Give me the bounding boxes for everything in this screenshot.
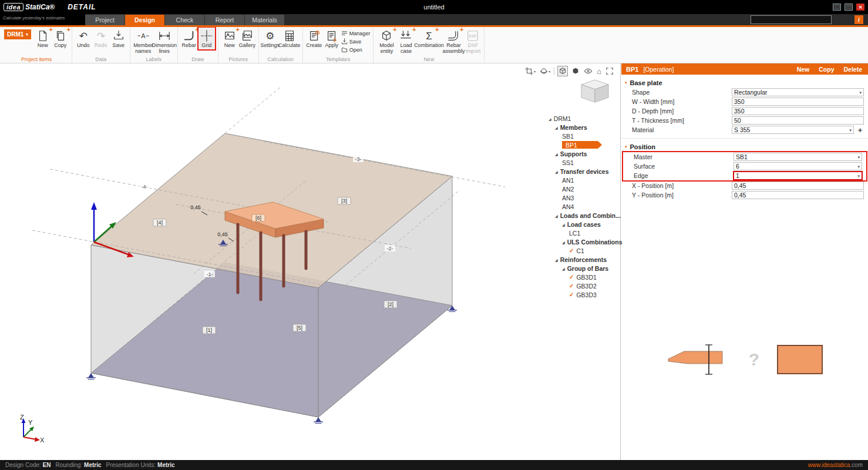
- tree-group-group-of-bars[interactable]: ◢Group of Bars: [546, 264, 620, 273]
- tree-group-uls-combinations[interactable]: ◢ULS Combinations: [546, 237, 620, 246]
- expander-icon[interactable]: ◢: [562, 240, 565, 244]
- shape-select[interactable]: Rectangular ▾: [732, 88, 864, 96]
- dimension-lines-button[interactable]: Dimension lines: [154, 28, 174, 55]
- svg-text:-2-: -2-: [387, 246, 393, 251]
- prop-copy-button[interactable]: Copy: [819, 66, 834, 73]
- check-icon[interactable]: ✓: [569, 283, 574, 289]
- tab-report[interactable]: Report: [205, 15, 244, 25]
- redo-button[interactable]: ↷ Redo: [93, 28, 109, 49]
- tab-materials[interactable]: Materials: [245, 15, 284, 25]
- edge-select[interactable]: 1 ▾: [734, 172, 862, 180]
- surface-select[interactable]: 6 ▾: [734, 162, 862, 170]
- tree-item-drm1[interactable]: ◢DRM1: [546, 114, 620, 123]
- info-button[interactable]: i: [854, 15, 863, 24]
- width-input[interactable]: [732, 98, 864, 106]
- thickness-input[interactable]: [732, 116, 864, 125]
- tree-item-sb1[interactable]: SB1: [546, 132, 620, 140]
- tree-group-reinforcements[interactable]: ◢Reinforcements: [546, 255, 620, 264]
- tab-design[interactable]: Design: [125, 15, 164, 25]
- project-item-selector[interactable]: DRM1▾: [4, 29, 31, 39]
- section-view-button[interactable]: ▾: [524, 66, 536, 76]
- model-entity-button[interactable]: + Model entity: [376, 28, 396, 55]
- depth-input[interactable]: [732, 107, 864, 115]
- tree-item-ss1[interactable]: SS1: [546, 158, 620, 167]
- tree-item-an3[interactable]: AN3: [546, 193, 620, 202]
- apply-template-button[interactable]: Apply: [324, 28, 340, 49]
- gallery-button[interactable]: Gallery: [239, 28, 255, 49]
- search-box[interactable]: [751, 15, 832, 24]
- settings-button[interactable]: ⚙ Settings: [262, 28, 278, 49]
- master-select[interactable]: SB1 ▾: [734, 153, 862, 161]
- check-icon[interactable]: ✓: [569, 291, 574, 298]
- search-input[interactable]: [751, 16, 833, 23]
- svg-text:Z: Z: [20, 414, 24, 421]
- undo-button[interactable]: ↶ Undo: [75, 28, 92, 49]
- tree-item-gb3d2[interactable]: ✓GB3D2: [546, 281, 620, 290]
- orbit-view-button[interactable]: ▾: [539, 66, 551, 76]
- new-picture-button[interactable]: + New: [221, 28, 238, 49]
- expander-icon[interactable]: ◢: [555, 152, 558, 156]
- expander-icon[interactable]: ◢: [555, 126, 558, 130]
- tree-group-transfer-devices[interactable]: ◢Transfer devices: [546, 167, 620, 176]
- tree-item-gb3d1[interactable]: ✓GB3D1: [546, 273, 620, 281]
- svg-text:[6]: [6]: [255, 215, 261, 221]
- tree-item-c1[interactable]: ✓C1: [546, 246, 620, 255]
- calculate-button[interactable]: Calculate: [280, 28, 300, 49]
- eye-icon: [584, 67, 593, 75]
- expander-icon[interactable]: ◢: [555, 170, 558, 174]
- grid-button[interactable]: Grid: [199, 28, 215, 49]
- feedback-button[interactable]: [833, 4, 841, 11]
- rebar-assembly-button[interactable]: + Rebar assembly: [443, 28, 463, 55]
- tree-group-supports[interactable]: ◢Supports: [546, 149, 620, 158]
- check-icon[interactable]: ✓: [569, 247, 574, 254]
- visibility-button[interactable]: [583, 66, 593, 76]
- template-manager-button[interactable]: Manager: [341, 29, 371, 37]
- new-project-item-button[interactable]: + New: [35, 28, 51, 49]
- section-base-plate[interactable]: ▾ Base plate: [621, 78, 868, 88]
- model-3d-scene[interactable]: -1- -2- -3- -4- 0,45 0,45 [1] [2]: [0, 63, 621, 460]
- tab-check[interactable]: Check: [165, 15, 204, 25]
- copy-project-item-button[interactable]: + Copy: [52, 28, 69, 49]
- zoom-fit-button[interactable]: [605, 66, 614, 76]
- y-position-input[interactable]: [732, 191, 864, 199]
- save-button[interactable]: Save: [110, 28, 127, 49]
- tree-item-an2[interactable]: AN2: [546, 184, 620, 193]
- x-position-input[interactable]: [732, 182, 864, 190]
- expander-icon[interactable]: ◢: [562, 223, 565, 227]
- tree-item-bp1-selected[interactable]: BP1: [546, 140, 620, 149]
- solid-view-button[interactable]: [571, 66, 580, 76]
- tab-project[interactable]: Project: [85, 15, 125, 25]
- dxf-import-button[interactable]: DXF DXF Import: [465, 28, 481, 55]
- check-icon[interactable]: ✓: [569, 274, 574, 280]
- maximize-button[interactable]: [845, 4, 853, 11]
- template-open-button[interactable]: Open: [341, 46, 371, 53]
- template-save-button[interactable]: Save: [341, 38, 371, 45]
- material-select[interactable]: S 355 ▾: [732, 126, 854, 134]
- add-material-button[interactable]: +: [856, 126, 864, 134]
- combination-button[interactable]: Σ+ Combination: [415, 28, 442, 49]
- tree-item-an4[interactable]: AN4: [546, 202, 620, 211]
- prop-new-button[interactable]: New: [797, 66, 810, 73]
- section-position[interactable]: ▾ Position: [621, 142, 868, 152]
- tree-item-lc1[interactable]: LC1: [546, 229, 620, 237]
- rebar-button[interactable]: + Rebar: [181, 28, 197, 49]
- fullscreen-icon: [605, 67, 614, 75]
- prop-delete-button[interactable]: Delete: [843, 66, 862, 73]
- navigation-cube[interactable]: [581, 80, 608, 102]
- load-case-button[interactable]: + Load case: [398, 28, 414, 55]
- home-view-button[interactable]: ⌂: [596, 67, 602, 76]
- expander-icon[interactable]: ◢: [555, 258, 558, 262]
- member-names-button[interactable]: A Member names: [133, 28, 153, 55]
- expander-icon[interactable]: ◢: [549, 117, 551, 121]
- tree-item-gb3d3[interactable]: ✓GB3D3: [546, 290, 620, 299]
- tree-group-load-cases[interactable]: ◢Load cases: [546, 220, 620, 229]
- tree-item-an1[interactable]: AN1: [546, 176, 620, 184]
- expander-icon[interactable]: ◢: [555, 214, 558, 218]
- website-link[interactable]: www.ideastatica.com: [808, 462, 863, 468]
- expander-icon[interactable]: ◢: [562, 267, 565, 271]
- tree-group-loads[interactable]: ◢Loads and Combin...: [546, 211, 620, 220]
- create-template-button[interactable]: Create: [306, 28, 322, 49]
- wireframe-view-button[interactable]: [557, 66, 568, 76]
- tree-group-members[interactable]: ◢Members: [546, 123, 620, 132]
- close-button[interactable]: ✕: [856, 4, 864, 11]
